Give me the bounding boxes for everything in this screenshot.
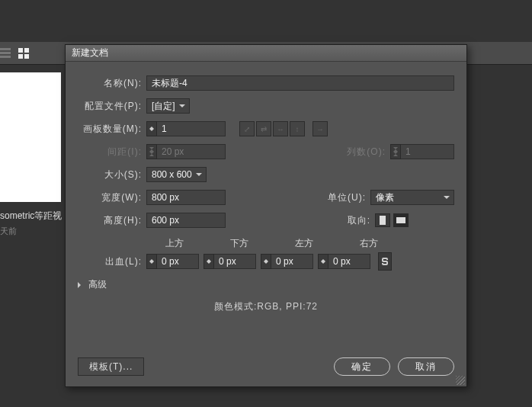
cancel-button[interactable]: 取消 [398,357,454,376]
bleed-link-button[interactable] [378,252,392,271]
spacing-stepper: 20 px [146,144,226,159]
artboard-count-value[interactable]: 1 [157,121,226,136]
recent-thumbnail[interactable] [0,72,61,202]
spacing-label: 间距(I): [78,146,146,159]
dialog-titlebar[interactable]: 新建文档 [66,45,466,62]
height-input[interactable]: 600 px [146,213,226,228]
width-input[interactable]: 800 px [146,190,226,205]
ok-button[interactable]: 确定 [334,357,390,376]
dialog-title: 新建文档 [72,46,108,59]
bleed-label: 出血(L): [78,255,146,268]
arrange-grid-icon[interactable]: ⤢ [239,121,255,136]
arrange-col-icon[interactable]: ↔ [273,121,288,136]
advanced-label: 高级 [88,278,107,291]
units-label: 单位(U): [319,191,370,204]
profile-label: 配置文件(P): [78,100,146,113]
columns-stepper: 1 [390,144,454,159]
advanced-disclosure[interactable]: 高级 [78,278,454,291]
columns-label: 列数(O): [338,146,390,159]
name-label: 名称(N): [78,77,146,90]
bleed-top-label: 上方 [146,237,202,250]
color-mode-info: 颜色模式:RGB, PPI:72 [78,300,454,313]
name-input[interactable]: 未标题-4 [146,75,454,91]
orientation-landscape-button[interactable] [393,213,409,227]
bleed-top-stepper[interactable]: 0 px [146,254,199,269]
bleed-bottom-label: 下方 [211,237,267,250]
bleed-bottom-stepper[interactable]: 0 px [204,254,256,269]
new-document-dialog: 新建文档 名称(N): 未标题-4 配置文件(P): [自定] 画板数量(M):… [65,44,467,387]
orientation-portrait-button[interactable] [375,213,390,227]
arrange-alt-icon[interactable]: ↕ [290,121,305,136]
link-icon [381,256,389,267]
grid-view-icon[interactable] [18,48,29,59]
artboard-count-stepper[interactable]: 1 [146,121,226,136]
height-label: 高度(H): [78,214,146,227]
size-label: 大小(S): [78,168,146,181]
template-button[interactable]: 模板(T)... [78,357,144,376]
thumbnail-subtitle: 天前 [0,223,69,237]
list-view-icon[interactable] [0,48,11,59]
profile-select[interactable]: [自定] [146,98,190,114]
spacing-value: 20 px [157,144,226,159]
triangle-right-icon [78,282,84,288]
arrange-row-icon[interactable]: ⇄ [256,121,271,136]
units-select[interactable]: 像素 [370,190,454,205]
artboard-count-label: 画板数量(M): [78,123,146,136]
bleed-right-stepper[interactable]: 0 px [318,254,370,269]
width-label: 宽度(W): [78,191,146,204]
size-select[interactable]: 800 x 600 [146,167,207,182]
bleed-right-label: 右方 [341,237,396,250]
resize-grip-icon[interactable] [456,376,465,385]
bleed-left-stepper[interactable]: 0 px [261,254,313,269]
bleed-left-label: 左方 [276,237,332,250]
orientation-label: 取向: [338,214,375,227]
thumbnail-title: sometric等距视 [0,208,69,223]
arrange-rtl-icon[interactable]: → [312,121,328,136]
columns-value: 1 [401,144,454,159]
